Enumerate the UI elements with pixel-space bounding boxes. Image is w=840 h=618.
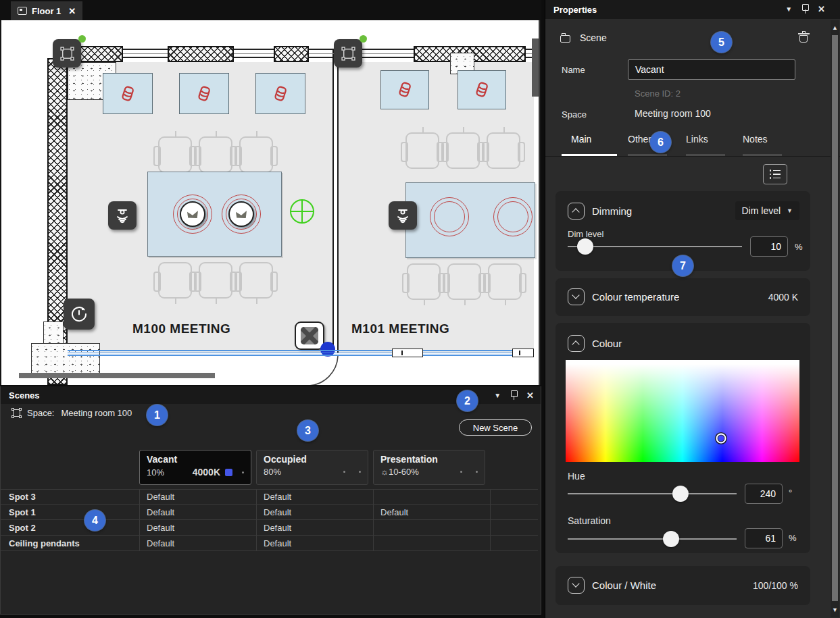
object-type-label: Scene (580, 32, 607, 43)
saturation-slider[interactable] (568, 531, 737, 547)
scene-card-presentation[interactable]: Presentation ☼10-60% (373, 450, 485, 485)
table-cell[interactable]: Default (139, 490, 256, 504)
scene-card-title: Vacant (147, 454, 244, 465)
scene-card-title: Presentation (380, 454, 478, 465)
scrollbar-thumb[interactable] (832, 35, 838, 601)
luminaire-spot[interactable] (458, 70, 506, 109)
table-cell[interactable]: Default (373, 505, 490, 519)
properties-scrollbar[interactable]: ▲ ▼ (831, 20, 839, 617)
tab-main[interactable]: Main (571, 134, 617, 156)
colour-white-section: Colour / White 100/100 % (555, 566, 810, 605)
table-row[interactable]: Spot 3 Default Default (1, 489, 538, 505)
hue-value-input[interactable]: 240 (745, 484, 783, 504)
panel-menu-icon[interactable]: ▼ (785, 5, 792, 13)
tab-notes[interactable]: Notes (743, 134, 787, 156)
tab-links[interactable]: Links (686, 134, 731, 156)
space-marker-m101[interactable] (334, 39, 362, 68)
panel-close-icon[interactable]: ✕ (818, 4, 825, 14)
tab-floor-1[interactable]: Floor 1 ✕ (11, 1, 82, 20)
properties-panel-titlebar[interactable]: Properties ▼ ✕ (545, 0, 840, 19)
dimming-mode-dropdown[interactable]: Dim level ▼ (735, 201, 800, 220)
table-cell[interactable]: Default (139, 505, 256, 519)
tab-label: Main (571, 134, 591, 145)
table-cell[interactable]: Default (139, 536, 256, 550)
scroll-up-icon[interactable]: ▲ (831, 24, 839, 31)
dim-level-slider[interactable] (568, 238, 742, 255)
table-cell[interactable]: Default (256, 536, 373, 550)
properties-tabs: Main Other Links Notes (545, 134, 840, 157)
chair (446, 132, 480, 169)
luminaire-spot[interactable] (255, 73, 305, 114)
chair (447, 263, 481, 300)
slider-track[interactable] (568, 493, 737, 494)
pin-icon[interactable] (801, 4, 808, 14)
pin-icon[interactable] (510, 390, 517, 400)
slider-thumb[interactable] (577, 238, 593, 255)
colour-picker-cursor[interactable] (716, 433, 726, 443)
pendant-luminaire[interactable] (430, 197, 469, 236)
wall-divider (337, 50, 339, 353)
colour-picker-field[interactable] (566, 360, 799, 462)
table-row[interactable]: Spot 1 Default Default Default (1, 505, 538, 520)
expand-section-icon[interactable] (568, 577, 585, 594)
new-scene-button[interactable]: New Scene (459, 419, 532, 436)
saturation-value-input[interactable]: 61 (745, 528, 783, 548)
table-cell[interactable] (373, 490, 490, 504)
table-row[interactable]: Spot 2 Default Default (1, 520, 538, 536)
table-cell[interactable]: Default (256, 520, 373, 535)
dim-level-unit: % (795, 242, 803, 252)
scene-colour-swatch (225, 469, 232, 476)
expand-section-icon[interactable] (568, 288, 585, 305)
table-cell[interactable] (490, 520, 538, 535)
dim-level-value-input[interactable]: 10 (750, 236, 788, 257)
pir-sensor-icon (114, 207, 131, 224)
wall-device[interactable] (295, 321, 324, 350)
pendant-luminaire[interactable] (222, 195, 261, 234)
slider-track[interactable] (568, 246, 742, 247)
tab-close-icon[interactable]: ✕ (68, 6, 76, 16)
presence-sensor-m100[interactable] (108, 201, 137, 230)
table-cell[interactable] (373, 536, 490, 550)
tab-label: Links (686, 134, 708, 145)
table-cell[interactable] (490, 505, 538, 519)
presence-sensor-m101[interactable] (389, 201, 417, 230)
collapse-section-icon[interactable] (568, 203, 585, 220)
luminaire-spot[interactable] (179, 73, 229, 114)
table-row[interactable]: Ceiling pendants Default Default (1, 536, 538, 551)
callout-badge-2: 2 (457, 390, 478, 411)
scene-card-vacant[interactable]: Vacant 10% 4000K (139, 450, 251, 485)
delete-scene-icon[interactable] (799, 32, 809, 43)
slider-thumb[interactable] (663, 531, 679, 547)
luminaire-spot[interactable] (380, 70, 429, 109)
luminaire-spot[interactable] (103, 73, 153, 114)
chair (158, 262, 192, 299)
table-cell[interactable]: Default (256, 505, 373, 519)
hue-slider[interactable] (568, 486, 737, 502)
slider-thumb[interactable] (672, 486, 689, 502)
collapse-section-icon[interactable] (568, 335, 585, 352)
list-view-button[interactable] (763, 164, 787, 184)
timer-device[interactable] (64, 299, 95, 330)
callout-badge-1: 1 (147, 405, 168, 426)
saturation-label: Saturation (568, 515, 611, 526)
plan-horizontal-scrollbar[interactable] (19, 373, 215, 378)
space-marker-m100[interactable] (53, 39, 81, 68)
pendant-luminaire[interactable] (493, 197, 533, 236)
panel-menu-icon[interactable]: ▼ (494, 392, 501, 399)
scroll-down-icon[interactable]: ▼ (831, 607, 839, 613)
floor-plan-canvas[interactable]: M100 MEETING M101 MEETING (1, 20, 540, 385)
pendant-luminaire[interactable] (173, 195, 212, 234)
chair (239, 136, 273, 173)
scene-name-input[interactable]: Vacant (628, 59, 795, 80)
panel-close-icon[interactable]: ✕ (526, 390, 534, 401)
spotlight-icon (120, 85, 135, 103)
table-cell[interactable] (490, 490, 538, 504)
slider-track[interactable] (568, 538, 737, 540)
table-cell[interactable]: Default (256, 490, 373, 504)
table-cell[interactable] (490, 536, 538, 550)
target-crosshair[interactable] (290, 199, 314, 224)
space-value: Meeting room 100 (61, 408, 132, 418)
table-cell[interactable]: Default (139, 520, 256, 535)
table-cell[interactable] (373, 520, 490, 535)
scene-card-occupied[interactable]: Occupied 80% (256, 450, 368, 485)
